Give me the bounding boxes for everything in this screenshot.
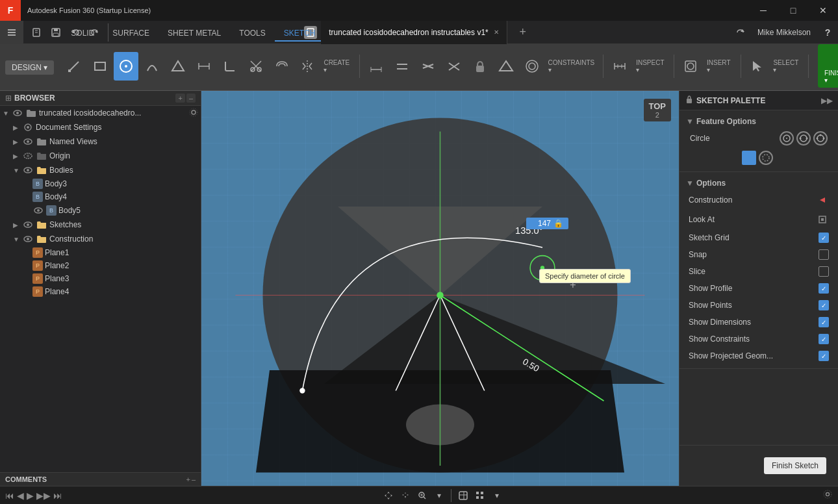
quick-access-btn[interactable] — [0, 21, 23, 44]
lock-icon[interactable]: 🔒 — [553, 219, 563, 228]
bodies-eye-icon[interactable] — [22, 164, 34, 176]
sb-grid-icon[interactable] — [472, 488, 488, 503]
origin-eye-icon[interactable] — [22, 150, 34, 162]
tree-item-body4[interactable]: B Body4 — [0, 190, 201, 203]
finish-sketch-toolbar-btn[interactable]: FINISH SKETCH ▾ — [818, 44, 838, 88]
named-views-eye-icon[interactable] — [22, 136, 34, 147]
browser-expand-btn[interactable]: + — [175, 94, 184, 103]
insert-btn[interactable] — [678, 52, 703, 81]
show-points-checkbox[interactable]: ✓ — [819, 300, 829, 310]
design-dropdown[interactable]: DESIGN ▾ — [5, 60, 54, 75]
restore-button[interactable]: □ — [778, 0, 808, 21]
nav-first-btn[interactable]: ⏮ — [5, 490, 14, 501]
nav-next-btn[interactable]: ▶▶ — [36, 490, 51, 501]
tree-item-bodies[interactable]: ▼ Bodies — [0, 163, 201, 177]
sketch-dim-btn[interactable] — [364, 52, 388, 81]
circle-3pt-btn[interactable] — [813, 131, 828, 145]
show-dimensions-checkbox[interactable]: ✓ — [819, 317, 829, 327]
options-section-header[interactable]: ▼ Options — [679, 176, 838, 190]
tab-solid[interactable]: SOLID — [62, 26, 103, 42]
sb-grid-dropdown[interactable]: ▾ — [489, 488, 505, 503]
finish-sketch-palette-btn[interactable]: Finish Sketch — [764, 457, 826, 474]
tree-item-plane2[interactable]: P Plane2 — [0, 259, 201, 272]
root-eye-icon[interactable] — [12, 107, 23, 119]
tree-item-doc-settings[interactable]: ▶ Document Settings — [0, 120, 201, 134]
inspect-label[interactable]: INSPECT ▾ — [633, 58, 670, 75]
show-profile-checkbox[interactable]: ✓ — [819, 283, 829, 294]
viewport[interactable]: 135.0° 0.50 + 147 🔒 Specify diameter of … — [201, 91, 679, 486]
tangent-btn[interactable] — [416, 52, 440, 81]
palette-expand-icon[interactable]: ▶▶ — [821, 96, 833, 105]
dimension-tool-btn[interactable] — [192, 52, 216, 81]
select-label[interactable]: SELECT ▾ — [770, 58, 804, 75]
measure-btn[interactable] — [607, 52, 632, 81]
line-tool-btn[interactable] — [62, 52, 86, 81]
arc-tool-btn[interactable] — [140, 52, 164, 81]
nav-play-btn[interactable]: ▶ — [27, 490, 34, 501]
mirror-tool-btn[interactable] — [296, 52, 320, 81]
tab-sketch[interactable]: SKETCH — [275, 26, 325, 42]
tree-item-origin[interactable]: ▶ Origin — [0, 149, 201, 163]
diameter-input-box[interactable]: 147 🔒 — [526, 218, 568, 229]
body5-eye-icon[interactable] — [32, 205, 44, 216]
sb-display-icon[interactable] — [455, 488, 471, 503]
nav-last-btn[interactable]: ⏭ — [53, 490, 62, 501]
circle-2pt-btn[interactable] — [796, 131, 811, 145]
root-settings-icon[interactable] — [189, 108, 198, 119]
construction-arrow-icon[interactable] — [816, 194, 829, 207]
sketches-eye-icon[interactable] — [22, 219, 34, 231]
nav-prev-btn[interactable]: ◀ — [17, 490, 24, 501]
look-at-btn[interactable] — [816, 213, 829, 226]
tab-tools[interactable]: TOOLS — [230, 26, 274, 42]
tree-item-plane1[interactable]: P Plane1 — [0, 246, 201, 259]
statusbar-settings-icon[interactable] — [822, 489, 833, 501]
tree-item-construction[interactable]: ▼ Construction — [0, 232, 201, 246]
comments-collapse-btn[interactable]: – — [192, 475, 196, 483]
trim-tool-btn[interactable] — [244, 52, 268, 81]
rectangle-tool-btn[interactable] — [88, 52, 112, 81]
show-projected-geom-checkbox[interactable]: ✓ — [819, 351, 829, 361]
close-button[interactable]: ✕ — [808, 0, 838, 21]
sb-pan-icon[interactable] — [398, 488, 413, 503]
tree-item-sketches[interactable]: ▶ Sketches — [0, 218, 201, 232]
show-constraints-checkbox[interactable]: ✓ — [819, 334, 829, 344]
feature-options-header[interactable]: ▼ Feature Options — [679, 114, 838, 129]
create-label[interactable]: CREATE ▾ — [321, 58, 355, 75]
parallel-btn[interactable] — [390, 52, 414, 81]
tab-close-btn[interactable]: ✕ — [494, 29, 499, 36]
insert-label[interactable]: INSERT ▾ — [704, 58, 737, 75]
circle-center-btn[interactable] — [780, 131, 794, 145]
constraints-label[interactable]: CONSTRAINTS ▾ — [546, 58, 600, 75]
snap-checkbox[interactable] — [819, 249, 829, 260]
tree-item-body3[interactable]: B Body3 — [0, 177, 201, 190]
polygon-tool-btn[interactable] — [166, 52, 190, 81]
sb-move-icon[interactable] — [381, 488, 396, 503]
sb-zoom-dropdown[interactable]: ▾ — [431, 488, 447, 503]
new-btn[interactable] — [27, 23, 45, 42]
circle-tool-btn[interactable] — [114, 52, 138, 81]
browser-collapse-icon[interactable]: ⊞ — [5, 94, 12, 103]
active-tab[interactable]: truncated icosidodecahedron instructable… — [321, 21, 507, 44]
comments-expand-btn[interactable]: + — [186, 475, 190, 483]
equal-btn[interactable] — [494, 52, 518, 81]
tree-item-body5[interactable]: B Body5 — [0, 203, 201, 218]
circle-outline-btn[interactable] — [759, 151, 773, 165]
tree-root[interactable]: ▼ truncated icosidodecahedro... — [0, 106, 201, 120]
slice-checkbox[interactable] — [819, 266, 829, 277]
offset-tool-btn[interactable] — [270, 52, 294, 81]
select-dropdown-btn[interactable] — [744, 52, 769, 81]
browser-collapse-btn[interactable]: – — [186, 94, 196, 103]
fillet-tool-btn[interactable] — [218, 52, 242, 81]
tab-sheet-metal[interactable]: SHEET METAL — [159, 26, 230, 42]
diameter-input-value[interactable]: 147 — [531, 219, 551, 228]
view-cube[interactable]: TOP 2 — [644, 99, 672, 121]
tree-item-plane3[interactable]: P Plane3 — [0, 272, 201, 285]
lock-btn[interactable] — [468, 52, 492, 81]
sb-zoom-icon[interactable] — [414, 488, 430, 503]
construction-eye-icon[interactable] — [22, 233, 34, 245]
minimize-button[interactable]: ─ — [748, 0, 778, 21]
tree-item-named-views[interactable]: ▶ Named Views — [0, 134, 201, 149]
circle-filled-btn[interactable] — [742, 151, 756, 165]
concentric-btn[interactable] — [520, 52, 544, 81]
perpendicular-btn[interactable] — [442, 52, 466, 81]
